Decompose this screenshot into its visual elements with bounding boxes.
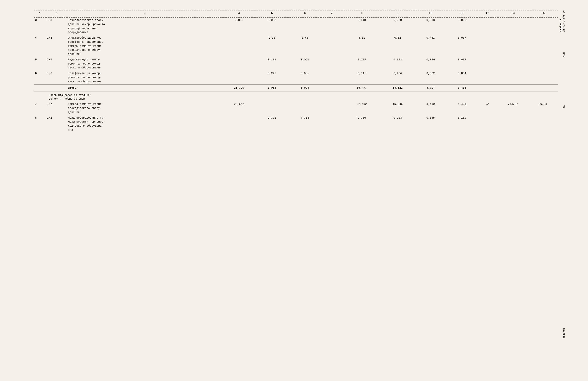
table-row: 5 I/5 Радиофикация камеры ремонта горноп… bbox=[34, 57, 558, 71]
row-col13 bbox=[498, 71, 528, 85]
row-col9: 0,080 bbox=[381, 17, 414, 35]
row-col8: 22,652 bbox=[342, 102, 381, 115]
itogo-col4: 2I,390 bbox=[223, 85, 256, 91]
itogo-col9: I8,I2I bbox=[381, 85, 414, 91]
col-header-8: 8 bbox=[342, 10, 381, 16]
row-col12 bbox=[477, 35, 498, 57]
row-col13 bbox=[498, 115, 528, 133]
row-desc: Механооборудование ка- меры ремонта горн… bbox=[67, 115, 223, 133]
row-col8: 0,I48 bbox=[342, 17, 381, 35]
row-col11: 0,004 bbox=[447, 71, 477, 85]
row-col11: 0,037 bbox=[447, 35, 477, 57]
row-col4 bbox=[223, 115, 256, 133]
col-header-14: I4 bbox=[528, 10, 558, 16]
row-col7 bbox=[321, 35, 342, 57]
row-col4 bbox=[223, 71, 256, 85]
col-header-11: II bbox=[447, 10, 477, 16]
row-col9: 0,903 bbox=[381, 115, 414, 133]
row-col11: 5,42I bbox=[447, 102, 477, 115]
row-col14: 30,03 bbox=[528, 102, 558, 115]
row-col6 bbox=[288, 102, 321, 115]
itogo-col6: 8,995 bbox=[288, 85, 321, 91]
row-col4: 0,056 bbox=[223, 17, 256, 35]
row-col10: 0,43I bbox=[414, 35, 447, 57]
row-col6: 0,066 bbox=[288, 57, 321, 71]
col-header-7: 7 bbox=[321, 10, 342, 16]
row-num: 8 bbox=[34, 115, 46, 133]
col-header-6: 6 bbox=[288, 10, 321, 16]
side-label-album: Альбом IV 7ПР403-3-Р75.86 bbox=[559, 10, 566, 32]
row-col4 bbox=[223, 57, 256, 71]
row-col12 bbox=[477, 71, 498, 85]
row-code: I/7. bbox=[46, 102, 67, 115]
row-col5 bbox=[255, 102, 288, 115]
row-desc: Телефонизация камеры ремонта горнопроход… bbox=[67, 71, 223, 85]
row-col5: 0,092 bbox=[255, 17, 288, 35]
row-col9: 0,82 bbox=[381, 35, 414, 57]
itogo-col14 bbox=[528, 85, 558, 91]
row-num: 6 bbox=[34, 71, 46, 85]
col-header-13: I3 bbox=[498, 10, 528, 16]
col-header-1: 1 bbox=[34, 10, 46, 16]
row-desc: Радиофикация камеры ремонта горнопроход-… bbox=[67, 57, 223, 71]
row-col12 bbox=[477, 17, 498, 35]
itogo-col7 bbox=[321, 85, 342, 91]
row-col5: 0,246 bbox=[255, 71, 288, 85]
row-col8: 9,756 bbox=[342, 115, 381, 133]
row-desc: Технологическое обору- дование камеры ре… bbox=[67, 17, 223, 35]
row-col7 bbox=[321, 17, 342, 35]
row-col14 bbox=[528, 71, 558, 85]
row-col12: м3 bbox=[477, 102, 498, 115]
col-header-9: 9 bbox=[381, 10, 414, 16]
row-col9: 0,I34 bbox=[381, 71, 414, 85]
col-header-10: I0 bbox=[414, 10, 447, 16]
row-num: 4 bbox=[34, 35, 46, 57]
row-col11: 0,005 bbox=[447, 17, 477, 35]
row-num: 5 bbox=[34, 57, 46, 71]
itogo-col8: 35,473 bbox=[342, 85, 381, 91]
row-col10: 0,049 bbox=[414, 57, 447, 71]
side-label-doc: 0394/19 bbox=[563, 328, 566, 339]
col-header-2: 2 bbox=[46, 10, 67, 16]
row-code: I/6 bbox=[46, 71, 67, 85]
table-row: 7 I/7. Камера ремонта горно- проходческо… bbox=[34, 102, 558, 115]
row-col13 bbox=[498, 17, 528, 35]
itogo-col12 bbox=[477, 85, 498, 91]
row-col9: I5,846 bbox=[381, 102, 414, 115]
row-col9: 0,092 bbox=[381, 57, 414, 71]
row-col8: 0,284 bbox=[342, 57, 381, 71]
row-col6: 0,095 bbox=[288, 71, 321, 85]
row-desc: Электрооборудование, освещение, заземлен… bbox=[67, 35, 223, 57]
section-label: Крепь штанговая со стальной сеткой и наб… bbox=[34, 92, 223, 102]
main-table: 1 2 3 4 5 6 7 8 9 I0 II I2 I3 I4 3 bbox=[34, 10, 558, 133]
row-col7 bbox=[321, 71, 342, 85]
col-header-12: I2 bbox=[477, 10, 498, 16]
column-header-row: 1 2 3 4 5 6 7 8 9 I0 II I2 I3 I4 bbox=[34, 10, 558, 16]
table-row: 4 I/4 Электрооборудование, освещение, за… bbox=[34, 35, 558, 57]
itogo-num bbox=[34, 85, 46, 91]
itogo-col5: 5,088 bbox=[255, 85, 288, 91]
row-col4: 22,652 bbox=[223, 102, 256, 115]
row-col10: 0,072 bbox=[414, 71, 447, 85]
row-col11: 0,003 bbox=[447, 57, 477, 71]
row-col5: 2,372 bbox=[255, 115, 288, 133]
row-code: I/4 bbox=[46, 35, 67, 57]
row-code: I/3 bbox=[46, 17, 67, 35]
col-header-5: 5 bbox=[255, 10, 288, 16]
row-col10: 3,430 bbox=[414, 102, 447, 115]
itogo-col13 bbox=[498, 85, 528, 91]
itogo-col11: 5,4I8 bbox=[447, 85, 477, 91]
itogo-col10: 4,7I7 bbox=[414, 85, 447, 91]
row-col11: 0,I59 bbox=[447, 115, 477, 133]
row-col4 bbox=[223, 35, 256, 57]
row-col12 bbox=[477, 57, 498, 71]
row-col8: 3,6I bbox=[342, 35, 381, 57]
row-code: I/5 bbox=[46, 57, 67, 71]
row-col14 bbox=[528, 115, 558, 133]
row-col7 bbox=[321, 115, 342, 133]
row-col13 bbox=[498, 35, 528, 57]
row-col10: 0,345 bbox=[414, 115, 447, 133]
row-col6: I,45 bbox=[288, 35, 321, 57]
side-label-5: 5. bbox=[563, 105, 566, 108]
row-num: 3 bbox=[34, 17, 46, 35]
